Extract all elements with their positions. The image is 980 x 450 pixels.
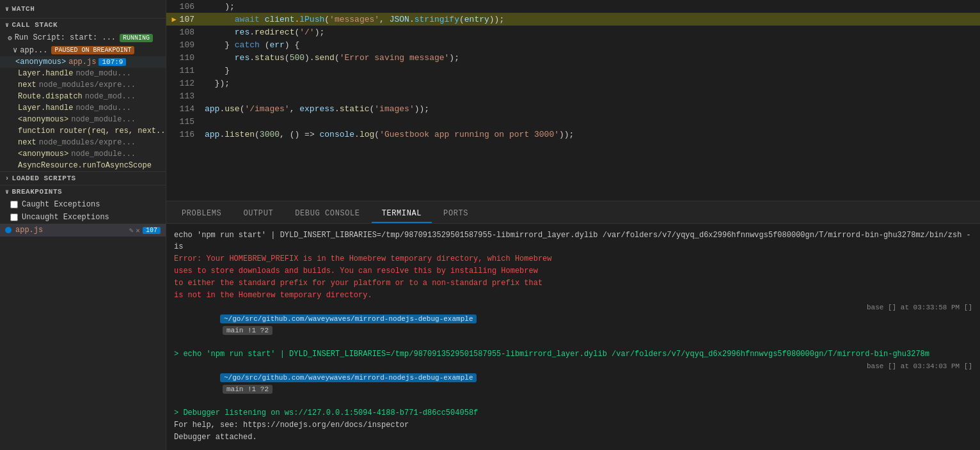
stack-entry-5: function router(req, res, next... bbox=[0, 125, 166, 137]
line-number-115: 115 bbox=[179, 117, 205, 127]
tab-debug-console[interactable]: DEBUG CONSOLE bbox=[285, 205, 370, 223]
line-number-111: 111 bbox=[179, 66, 205, 75]
anon-row[interactable]: <anonymous> app.js 107:9 bbox=[0, 56, 166, 68]
terminal-line-0: echo 'npm run start' | DYLD_INSERT_LIBRA… bbox=[174, 229, 972, 252]
edit-icon[interactable]: ✎ bbox=[129, 226, 134, 235]
line-number-109: 109 bbox=[179, 40, 205, 50]
sidebar: ∨ WATCH ∨ CALL STACK ⚙ Run Script: start… bbox=[0, 0, 166, 450]
line-content-109: } catch (err) { bbox=[205, 40, 980, 50]
terminal-row-blank1 bbox=[174, 444, 972, 450]
line-110: 110 res.status(500).send('Error saving m… bbox=[166, 51, 980, 64]
app-label: ∨ bbox=[13, 45, 17, 55]
app-name: app... bbox=[20, 46, 47, 55]
terminal-row-err4: is not in the Homebrew temporary directo… bbox=[174, 290, 972, 301]
line-content-111: } bbox=[205, 66, 980, 75]
gear-icon: ⚙ bbox=[8, 34, 12, 42]
line-content-114: app.use('/images', express.static('image… bbox=[205, 104, 980, 114]
git-badge-1: main !1 ?2 bbox=[223, 326, 273, 335]
run-script-row: ⚙ Run Script: start: ... RUNNING bbox=[0, 31, 166, 44]
main-area: 106 ); ▶ 107 await client.lPush('message… bbox=[166, 0, 980, 450]
loaded-scripts-header[interactable]: › LOADED SCRIPTS bbox=[0, 172, 166, 185]
time-badge-1: base [] at 03:33:58 PM [] bbox=[867, 302, 972, 313]
code-lines: 106 ); ▶ 107 await client.lPush('message… bbox=[166, 0, 980, 201]
terminal-line-err4: is not in the Homebrew temporary directo… bbox=[174, 290, 372, 301]
caught-exceptions-label: Caught Exceptions bbox=[22, 200, 100, 209]
uncaught-exceptions-item: Uncaught Exceptions bbox=[0, 211, 166, 224]
running-badge: RUNNING bbox=[120, 34, 153, 42]
anon-filename: app.js bbox=[68, 58, 96, 66]
tab-terminal[interactable]: TERMINAL bbox=[372, 205, 432, 223]
terminal-cmd-1: > echo 'npm run start' | DYLD_INSERT_LIB… bbox=[174, 348, 929, 360]
tab-problems[interactable]: PROBLEMS bbox=[171, 205, 232, 223]
line-number-108: 108 bbox=[179, 27, 205, 37]
mod-name-4: node_module... bbox=[71, 115, 136, 124]
breakpoints-label: BREAKPOINTS bbox=[12, 188, 63, 196]
breakpoints-header[interactable]: ∨ BREAKPOINTS bbox=[0, 185, 166, 198]
bottom-panel: PROBLEMS OUTPUT DEBUG CONSOLE TERMINAL P… bbox=[166, 201, 980, 450]
uncaught-exceptions-label: Uncaught Exceptions bbox=[22, 213, 109, 222]
paused-badge: PAUSED ON BREAKPOINT bbox=[51, 46, 134, 54]
terminal-row-att1: Debugger attached. bbox=[174, 431, 972, 443]
call-stack-header[interactable]: ∨ CALL STACK bbox=[0, 19, 166, 31]
line-number-113: 113 bbox=[179, 91, 205, 101]
mod-name-7: node_module... bbox=[71, 150, 136, 159]
line-111: 111 } bbox=[166, 64, 980, 77]
git-badge-2: main !1 ?2 bbox=[223, 385, 273, 394]
stack-entry-1: next node_modules/expre... bbox=[0, 79, 166, 91]
stack-entry-4: <anonymous> node_module... bbox=[0, 114, 166, 125]
mod-name-3: node_modu... bbox=[75, 104, 130, 112]
stack-entry-7: <anonymous> node_module... bbox=[0, 148, 166, 160]
caught-exceptions-checkbox[interactable] bbox=[10, 201, 18, 208]
stack-entry-8: AsyncResource.runToAsyncScope bbox=[0, 160, 166, 171]
loaded-scripts-section: › LOADED SCRIPTS bbox=[0, 172, 166, 185]
line-number-116: 116 bbox=[179, 130, 205, 139]
tab-output[interactable]: OUTPUT bbox=[233, 205, 283, 223]
watch-label: WATCH bbox=[12, 5, 35, 13]
terminal-blank-1 bbox=[174, 444, 178, 450]
terminal-path-1: ~/go/src/github.com/waveywaves/mirrord-n… bbox=[174, 302, 477, 348]
line-107: ▶ 107 await client.lPush('messages', JSO… bbox=[166, 13, 980, 26]
path-badge-2: ~/go/src/github.com/waveywaves/mirrord-n… bbox=[220, 373, 477, 382]
fn-name-3: Layer.handle bbox=[18, 104, 73, 112]
line-108: 108 res.redirect('/'); bbox=[166, 26, 980, 38]
terminal-line-err2: uses to store downloads and builds. You … bbox=[174, 265, 538, 277]
line-106: 106 ); bbox=[166, 0, 980, 13]
stack-entry-0: Layer.handle node_modu... bbox=[0, 68, 166, 79]
watch-header[interactable]: ∨ WATCH bbox=[0, 3, 166, 15]
line-109: 109 } catch (err) { bbox=[166, 38, 980, 51]
line-content-107: await client.lPush('messages', JSON.stri… bbox=[205, 15, 980, 24]
mod-name-0: node_modu... bbox=[75, 69, 130, 78]
breakpoints-section: ∨ BREAKPOINTS Caught Exceptions Uncaught… bbox=[0, 185, 166, 450]
tab-ports[interactable]: PORTS bbox=[433, 205, 478, 223]
terminal-row-0: echo 'npm run start' | DYLD_INSERT_LIBRA… bbox=[174, 229, 972, 252]
active-bp-file: app.js bbox=[15, 226, 43, 235]
mod-name-2: node_mod... bbox=[85, 92, 136, 101]
line-number-112: 112 bbox=[179, 79, 205, 88]
line-114: 114 app.use('/images', express.static('i… bbox=[166, 102, 980, 115]
path-badge-1: ~/go/src/github.com/waveywaves/mirrord-n… bbox=[220, 314, 477, 323]
terminal-content[interactable]: echo 'npm run start' | DYLD_INSERT_LIBRA… bbox=[166, 224, 980, 450]
line-content-106: ); bbox=[205, 2, 980, 12]
fn-name-0: Layer.handle bbox=[18, 69, 73, 78]
line-number-110: 110 bbox=[179, 53, 205, 63]
fn-name-1: next bbox=[18, 81, 36, 89]
stack-entry-6: next node_modules/expre... bbox=[0, 137, 166, 148]
line-112: 112 }); bbox=[166, 77, 980, 89]
line-content-110: res.status(500).send('Error saving messa… bbox=[205, 53, 980, 63]
call-stack-chevron: ∨ bbox=[5, 21, 10, 29]
terminal-row-err2: uses to store downloads and builds. You … bbox=[174, 265, 972, 277]
breakpoints-chevron: ∨ bbox=[5, 188, 10, 196]
fn-name-5: function router(req, res, next... bbox=[18, 127, 166, 136]
panel-tabs: PROBLEMS OUTPUT DEBUG CONSOLE TERMINAL P… bbox=[166, 201, 980, 224]
uncaught-exceptions-checkbox[interactable] bbox=[10, 213, 18, 221]
watch-chevron: ∨ bbox=[5, 5, 10, 13]
loaded-scripts-chevron: › bbox=[5, 175, 10, 182]
active-breakpoint-row: app.js ✎ ✕ 107 bbox=[0, 224, 166, 237]
close-icon[interactable]: ✕ bbox=[136, 226, 140, 235]
app-row: ∨ app... PAUSED ON BREAKPOINT bbox=[0, 44, 166, 56]
terminal-path-2: ~/go/src/github.com/waveywaves/mirrord-n… bbox=[174, 361, 477, 407]
fn-name-8: AsyncResource.runToAsyncScope bbox=[18, 161, 152, 170]
terminal-row-err3: to either the standard prefix for your p… bbox=[174, 277, 972, 289]
terminal-row-cmd1: > echo 'npm run start' | DYLD_INSERT_LIB… bbox=[174, 348, 972, 360]
run-script-label: Run Script: start: ... bbox=[15, 33, 116, 42]
